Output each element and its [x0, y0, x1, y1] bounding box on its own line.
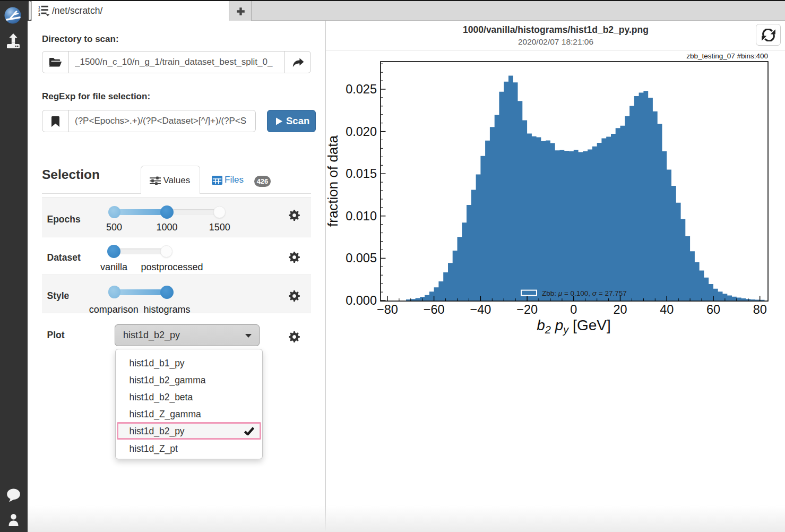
svg-text:60: 60: [706, 303, 720, 316]
svg-text:0.020: 0.020: [346, 125, 377, 139]
svg-text:40: 40: [660, 303, 674, 316]
svg-text:−60: −60: [424, 303, 445, 316]
svg-text:−80: −80: [377, 303, 398, 316]
svg-text:0.015: 0.015: [346, 167, 377, 181]
svg-text:1: 1: [38, 5, 40, 9]
svg-text:Zbb: μ = 0.100, σ = 27.757: Zbb: μ = 0.100, σ = 27.757: [542, 289, 627, 297]
svg-text:20: 20: [613, 303, 627, 316]
svg-text:−20: −20: [516, 303, 538, 316]
svg-text:0: 0: [570, 303, 577, 316]
svg-text:−40: −40: [470, 303, 491, 316]
svg-text:2: 2: [38, 9, 40, 13]
svg-text:fraction of data: fraction of data: [326, 135, 341, 227]
svg-text:0.010: 0.010: [346, 209, 377, 223]
svg-text:0.005: 0.005: [346, 251, 377, 265]
svg-text:3: 3: [38, 13, 40, 16]
svg-text:80: 80: [753, 303, 767, 316]
svg-text:0.000: 0.000: [346, 294, 377, 307]
svg-text:zbb_testing_07 #bins:400: zbb_testing_07 #bins:400: [686, 52, 768, 60]
svg-text:0.025: 0.025: [346, 82, 377, 96]
svg-text:b2 py [GeV]: b2 py [GeV]: [537, 317, 610, 336]
